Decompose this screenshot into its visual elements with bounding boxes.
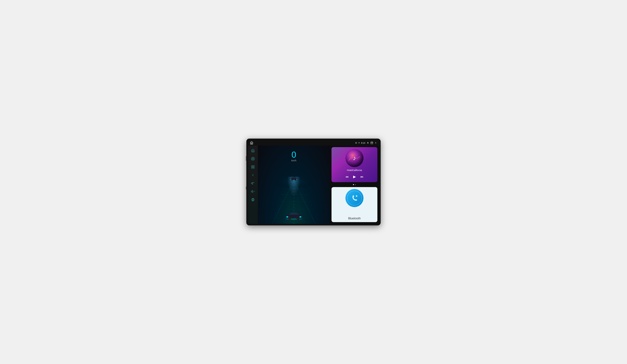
home-status-icon[interactable]	[250, 141, 253, 145]
sidebar-home-icon[interactable]	[250, 148, 256, 153]
song-title: HotelCalifornia	[347, 169, 362, 171]
car-model	[284, 210, 304, 220]
music-card[interactable]: ♪ HotelCalifornia ⏮ ▶ ⏭	[331, 147, 377, 182]
sidebar-settings-icon[interactable]	[250, 156, 256, 161]
left-sidebar	[248, 146, 258, 224]
dot-2[interactable]	[355, 184, 356, 185]
speed-value: 0	[291, 150, 296, 159]
back-icon[interactable]	[374, 142, 377, 144]
page-dots	[331, 183, 377, 186]
bluetooth-icon: ✳	[358, 142, 360, 144]
svg-marker-10	[252, 191, 253, 193]
bt-label: Bluetooth	[348, 217, 361, 220]
car-head-unit: ⊟ ✳ 8:14	[246, 139, 381, 225]
side-button-2[interactable]	[246, 186, 247, 190]
sidebar-volume-up-icon[interactable]	[250, 181, 256, 186]
svg-point-27	[286, 216, 288, 217]
dot-1[interactable]	[353, 184, 354, 185]
status-bar: ⊟ ✳ 8:14	[248, 140, 379, 146]
music-note: ♪	[353, 155, 356, 162]
status-right: ⊟ ✳ 8:14	[355, 142, 377, 144]
next-button[interactable]: ⏭	[360, 174, 364, 179]
main-content: 0 km/h	[248, 146, 379, 224]
prev-button[interactable]: ⏮	[345, 174, 349, 179]
play-button[interactable]: ▶	[353, 174, 357, 180]
music-controls: ⏮ ▶ ⏭	[333, 173, 375, 180]
svg-rect-4	[253, 166, 254, 167]
car-far	[289, 175, 298, 182]
sidebar-carplay-icon[interactable]	[250, 197, 256, 202]
window-icon	[370, 142, 373, 144]
right-panel: ♪ HotelCalifornia ⏮ ▶ ⏭	[330, 146, 379, 224]
svg-point-12	[252, 198, 254, 201]
chevrons-up-icon	[366, 142, 369, 144]
bluetooth-card[interactable]: ∗ Bluetooth	[331, 187, 377, 222]
svg-rect-0	[371, 142, 373, 144]
svg-point-2	[252, 158, 253, 159]
svg-point-37	[291, 179, 293, 180]
svg-point-31	[289, 217, 290, 219]
svg-point-33	[290, 180, 298, 180]
sidebar-volume-down-icon[interactable]	[250, 189, 256, 194]
svg-rect-6	[253, 167, 254, 168]
album-art: ♪	[345, 149, 364, 167]
speed-unit: km/h	[291, 159, 296, 162]
svg-rect-5	[252, 167, 253, 168]
svg-point-25	[286, 218, 302, 220]
screen: ⊟ ✳ 8:14	[248, 140, 379, 224]
svg-point-28	[299, 216, 301, 217]
svg-point-35	[290, 179, 291, 179]
side-button-1[interactable]	[246, 156, 247, 161]
center-display: 0 km/h	[258, 146, 330, 224]
speed-display: 0 km/h	[291, 150, 296, 162]
svg-point-32	[297, 217, 299, 219]
sidebar-grid-icon[interactable]	[250, 164, 256, 169]
svg-rect-3	[252, 166, 253, 167]
status-left	[250, 141, 253, 145]
svg-point-38	[295, 179, 296, 180]
svg-marker-7	[252, 182, 253, 184]
sidebar-back-icon[interactable]	[250, 172, 256, 178]
time-display: 8:14	[361, 142, 365, 144]
svg-text:∗: ∗	[356, 195, 358, 197]
cast-icon: ⊟	[355, 142, 357, 144]
svg-line-11	[254, 191, 255, 192]
bt-circle: ∗	[345, 189, 364, 207]
svg-point-36	[296, 179, 297, 179]
svg-point-13	[252, 199, 253, 200]
